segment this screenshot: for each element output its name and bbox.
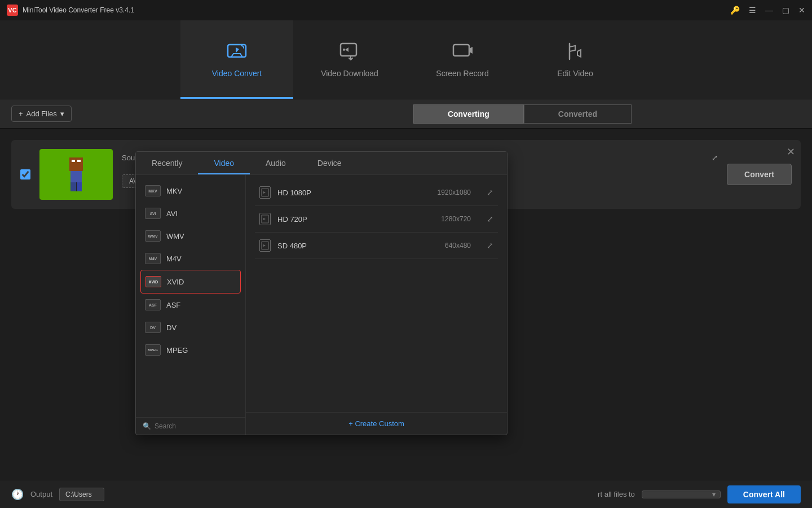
tab-recently[interactable]: Recently	[136, 152, 198, 174]
format-list: MKV MKV AVI AVI WMV WMV M4V M4V	[136, 175, 246, 417]
format-label-asf: ASF	[166, 301, 180, 309]
format-dropdown-panel: Recently Video Audio Device MKV MKV AVI …	[135, 151, 508, 435]
file-thumbnail	[39, 149, 113, 200]
wmv-icon: WMV	[145, 230, 161, 242]
app-logo: VC	[7, 5, 18, 16]
quality-file-icon-1080p	[259, 186, 271, 199]
close-button[interactable]: ✕	[798, 6, 805, 15]
m4v-icon: M4V	[145, 253, 161, 264]
title-bar-controls: 🔑 ☰ — ▢ ✕	[730, 6, 805, 15]
edit-video-icon	[565, 41, 585, 64]
thumbnail-image	[39, 149, 113, 200]
convert-all-button[interactable]: Convert All	[727, 485, 801, 503]
nav-label-video-download: Video Download	[321, 69, 378, 78]
quality-name-hd720p: HD 720P	[277, 215, 434, 224]
minimize-button[interactable]: —	[765, 6, 773, 15]
bottom-bar: 🕐 Output C:\Users rt all files to ▾ Conv…	[0, 480, 812, 508]
xvid-icon: XVID	[145, 276, 161, 287]
quality-hd1080p[interactable]: HD 1080P 1920x1080 ⤢	[255, 179, 498, 206]
quality-edit-hd720p[interactable]: ⤢	[487, 214, 493, 224]
tab-audio[interactable]: Audio	[250, 152, 302, 174]
quality-res-sd480p: 640x480	[445, 242, 471, 249]
tab-container: Converting Converted	[413, 104, 632, 124]
main-content: Source: 25 Target: 25 ⤢ AVI 🕐 00:00:28 →…	[0, 129, 812, 480]
output-label: Output	[30, 490, 52, 498]
format-item-dv[interactable]: DV DV	[136, 316, 245, 339]
format-search-bar: 🔍	[136, 417, 245, 435]
converting-tab[interactable]: Converting	[413, 104, 524, 124]
nav-item-video-convert[interactable]: Video Convert	[180, 20, 293, 99]
nav-item-edit-video[interactable]: Edit Video	[519, 20, 632, 99]
quality-file-icon-720p	[259, 213, 271, 225]
title-bar-left: VC MiniTool Video Converter Free v3.4.1	[7, 5, 134, 16]
avi-icon: AVI	[145, 208, 161, 219]
add-files-label: Add Files	[27, 110, 57, 118]
dropdown-body: MKV MKV AVI AVI WMV WMV M4V M4V	[136, 175, 507, 435]
quality-res-hd720p: 1280x720	[441, 215, 471, 223]
format-label-mkv: MKV	[166, 187, 182, 195]
tab-video[interactable]: Video	[198, 152, 250, 174]
nav-label-video-convert: Video Convert	[212, 69, 262, 78]
format-all-dropdown[interactable]: ▾	[642, 491, 721, 498]
maximize-button[interactable]: ▢	[782, 6, 789, 15]
toolbar: + Add Files ▾ Converting Converted	[0, 99, 812, 129]
app-title: MiniTool Video Converter Free v3.4.1	[23, 6, 134, 14]
asf-icon: ASF	[145, 299, 161, 310]
nav-item-video-download[interactable]: Video Download	[293, 20, 406, 99]
format-item-avi[interactable]: AVI AVI	[136, 202, 245, 225]
output-path: C:\Users	[59, 488, 104, 501]
svg-rect-3	[453, 45, 469, 56]
add-files-button[interactable]: + Add Files ▾	[11, 106, 72, 122]
dropdown-arrow-icon: ▾	[60, 110, 64, 118]
tab-device[interactable]: Device	[302, 152, 358, 174]
video-convert-icon	[227, 41, 247, 64]
format-label-mpeg: MPEG	[166, 346, 188, 354]
nav-label-screen-record: Screen Record	[436, 69, 488, 78]
format-label-wmv: WMV	[166, 232, 184, 240]
format-label-xvid: XVID	[167, 278, 184, 286]
add-icon: +	[19, 110, 23, 118]
svg-point-2	[343, 49, 345, 51]
video-download-icon	[339, 41, 360, 64]
format-item-wmv[interactable]: WMV WMV	[136, 225, 245, 247]
close-row-button[interactable]: ✕	[787, 146, 795, 158]
title-bar: VC MiniTool Video Converter Free v3.4.1 …	[0, 0, 812, 20]
format-search-input[interactable]	[155, 422, 239, 430]
format-all-dropdown-arrow: ▾	[712, 491, 716, 498]
menu-icon[interactable]: ☰	[749, 6, 756, 15]
convert-all-to-label: rt all files to	[598, 490, 635, 498]
quality-file-icon-480p	[259, 239, 271, 252]
format-label-m4v: M4V	[166, 255, 182, 263]
quality-hd720p[interactable]: HD 720P 1280x720 ⤢	[255, 206, 498, 233]
converted-tab[interactable]: Converted	[524, 104, 632, 124]
quality-edit-hd1080p[interactable]: ⤢	[487, 188, 493, 197]
quality-list: HD 1080P 1920x1080 ⤢ HD 720P 1280x720	[246, 175, 507, 412]
clock-output-icon: 🕐	[11, 488, 24, 501]
quality-name-hd1080p: HD 1080P	[277, 189, 431, 197]
create-custom-button[interactable]: + Create Custom	[246, 412, 507, 435]
format-item-m4v[interactable]: M4V M4V	[136, 247, 245, 270]
format-list-container: MKV MKV AVI AVI WMV WMV M4V M4V	[136, 175, 246, 435]
quality-edit-sd480p[interactable]: ⤢	[487, 241, 493, 250]
format-item-xvid[interactable]: XVID XVID	[140, 270, 241, 294]
convert-button[interactable]: Convert	[727, 164, 792, 185]
format-item-asf[interactable]: ASF ASF	[136, 294, 245, 316]
screen-record-icon	[452, 41, 473, 64]
dropdown-tabs: Recently Video Audio Device	[136, 152, 507, 175]
quality-name-sd480p: SD 480P	[277, 242, 438, 250]
format-item-mkv[interactable]: MKV MKV	[136, 179, 245, 202]
format-item-mpeg[interactable]: MPEG MPEG	[136, 339, 245, 361]
format-label-dv: DV	[166, 323, 176, 332]
quality-res-hd1080p: 1920x1080	[438, 189, 471, 196]
nav-label-edit-video: Edit Video	[557, 69, 593, 78]
nav-item-screen-record[interactable]: Screen Record	[406, 20, 519, 99]
quality-sd480p[interactable]: SD 480P 640x480 ⤢	[255, 233, 498, 259]
search-icon: 🔍	[143, 422, 151, 430]
mkv-icon: MKV	[145, 185, 161, 196]
top-nav: Video Convert Video Download Screen Reco…	[0, 20, 812, 99]
file-checkbox[interactable]	[20, 169, 30, 179]
dv-icon: DV	[145, 322, 161, 333]
format-label-avi: AVI	[166, 209, 178, 218]
external-link-top[interactable]: ⤢	[712, 154, 718, 162]
key-icon[interactable]: 🔑	[730, 6, 740, 15]
